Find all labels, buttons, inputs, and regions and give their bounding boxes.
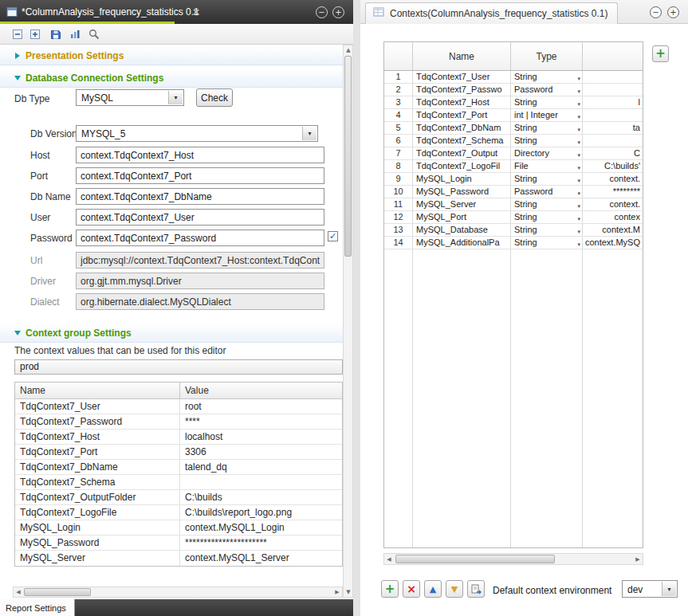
- row-number-cell[interactable]: 7: [384, 147, 413, 159]
- context-name-cell[interactable]: TdqContext7_LogoFile: [15, 505, 180, 520]
- context-name-cell[interactable]: MySQL_Password: [413, 186, 511, 198]
- row-number-cell[interactable]: 12: [384, 211, 413, 223]
- type-combo-arrow-icon[interactable]: ▾: [577, 188, 580, 198]
- context-name-cell[interactable]: TdqContext7_Host: [15, 430, 180, 444]
- type-combo-arrow-icon[interactable]: ▾: [577, 86, 580, 96]
- port-input[interactable]: [76, 167, 324, 184]
- move-up-button[interactable]: ▲: [424, 580, 442, 598]
- row-number-cell[interactable]: 9: [384, 173, 413, 185]
- section-context-group-settings[interactable]: Context group Settings: [0, 324, 344, 343]
- scroll-up-arrow[interactable]: ▲: [344, 45, 353, 55]
- context-value-cell[interactable]: ****: [180, 414, 342, 429]
- horizontal-scrollbar[interactable]: ◀ ▶: [383, 553, 643, 565]
- context-value-cell[interactable]: C:\builds': [583, 160, 643, 172]
- copy-contexts-button[interactable]: [467, 580, 485, 598]
- add-variable-button[interactable]: +: [381, 580, 399, 598]
- row-number-cell[interactable]: 4: [384, 109, 413, 121]
- context-type-cell[interactable]: String▾: [511, 211, 583, 223]
- context-name-cell[interactable]: TdqContext7_LogoFil: [413, 160, 511, 172]
- row-number-column-header[interactable]: [384, 42, 413, 70]
- type-combo-arrow-icon[interactable]: ▾: [577, 112, 580, 121]
- password-input[interactable]: [76, 230, 324, 246]
- scrollbar-thumb[interactable]: [344, 56, 352, 257]
- collapse-all-button[interactable]: [10, 26, 26, 42]
- context-name-cell[interactable]: TdqContext7_Port: [413, 109, 511, 121]
- context-type-cell[interactable]: String▾: [511, 237, 583, 249]
- context-name-cell[interactable]: TdqContext7_DbNam: [413, 122, 511, 134]
- section-database-connection-settings[interactable]: Database Connection Settings: [0, 69, 344, 88]
- context-name-cell[interactable]: TdqContext7_Port: [15, 445, 180, 459]
- context-name-cell[interactable]: MySQL_Login: [413, 173, 511, 185]
- column-header-type[interactable]: Type: [511, 42, 583, 70]
- context-value-cell[interactable]: [180, 475, 342, 489]
- type-combo-arrow-icon[interactable]: ▾: [577, 175, 580, 185]
- row-number-cell[interactable]: 14: [384, 237, 413, 249]
- scroll-right-arrow[interactable]: ▶: [633, 555, 643, 564]
- context-value-cell[interactable]: **********************: [180, 536, 342, 550]
- type-combo-arrow-icon[interactable]: ▾: [577, 163, 580, 172]
- maximize-button[interactable]: +: [332, 6, 344, 18]
- context-type-cell[interactable]: String▾: [511, 224, 583, 236]
- row-number-cell[interactable]: 2: [384, 84, 413, 96]
- context-value-cell[interactable]: C:\builds\report_logo.png: [180, 505, 342, 520]
- context-name-cell[interactable]: MySQL_Server: [413, 198, 511, 210]
- panel-sash[interactable]: [353, 0, 360, 616]
- context-name-cell[interactable]: TdqContext7_User: [413, 71, 511, 83]
- horizontal-scrollbar[interactable]: ◀ ▶: [13, 587, 343, 598]
- scroll-right-arrow[interactable]: ▶: [332, 587, 342, 597]
- db-name-input[interactable]: [76, 188, 324, 205]
- type-combo-arrow-icon[interactable]: ▾: [577, 73, 580, 83]
- context-value-cell[interactable]: context.MySQL1_Login: [180, 520, 342, 535]
- type-combo-arrow-icon[interactable]: ▾: [577, 239, 580, 249]
- combo-arrow-icon[interactable]: ▾: [168, 91, 183, 104]
- show-graphics-button[interactable]: [67, 26, 83, 42]
- type-combo-arrow-icon[interactable]: ▾: [577, 99, 580, 108]
- row-number-cell[interactable]: 8: [384, 160, 413, 172]
- db-version-combo[interactable]: MYSQL_5 ▾: [76, 125, 318, 142]
- row-number-cell[interactable]: 5: [384, 122, 413, 134]
- type-combo-arrow-icon[interactable]: ▾: [577, 214, 580, 223]
- context-value-cell[interactable]: root: [180, 399, 342, 414]
- combo-arrow-icon[interactable]: ▾: [662, 582, 676, 596]
- context-value-cell[interactable]: localhost: [180, 430, 342, 444]
- add-context-button[interactable]: +: [652, 45, 669, 62]
- row-number-cell[interactable]: 1: [384, 71, 413, 83]
- context-value-cell[interactable]: context.: [583, 198, 643, 210]
- context-name-cell[interactable]: TdqContext7_OutputFolder: [15, 490, 180, 504]
- vertical-scrollbar[interactable]: ▲ ▼: [343, 45, 353, 598]
- context-value-cell[interactable]: [583, 71, 643, 83]
- context-value-cell[interactable]: context.M: [583, 224, 643, 236]
- expanded-arrow-icon[interactable]: [14, 331, 21, 335]
- type-combo-arrow-icon[interactable]: ▾: [577, 124, 580, 134]
- context-type-cell[interactable]: int | Integer▾: [511, 109, 583, 121]
- context-name-cell[interactable]: TdqContext7_Password: [15, 414, 180, 429]
- context-type-cell[interactable]: String▾: [511, 122, 583, 134]
- context-name-cell[interactable]: TdqContext7_Output: [413, 147, 511, 159]
- combo-arrow-icon[interactable]: ▾: [302, 127, 316, 140]
- context-value-cell[interactable]: [583, 84, 643, 96]
- context-value-cell[interactable]: context.MySQL1_Server: [180, 551, 342, 566]
- maximize-button[interactable]: +: [667, 6, 679, 18]
- context-type-cell[interactable]: Password▾: [511, 186, 583, 198]
- row-number-cell[interactable]: 3: [384, 96, 413, 108]
- type-combo-arrow-icon[interactable]: ▾: [577, 150, 580, 159]
- context-value-cell[interactable]: l: [583, 96, 643, 108]
- context-type-cell[interactable]: String▾: [511, 173, 583, 185]
- context-name-cell[interactable]: MySQL_Server: [15, 551, 180, 566]
- section-presentation-settings[interactable]: Presentation Settings: [0, 46, 344, 65]
- context-environment-field[interactable]: prod: [14, 359, 343, 375]
- context-name-cell[interactable]: TdqContext7_Schema: [413, 135, 511, 147]
- row-number-cell[interactable]: 10: [384, 186, 413, 198]
- context-value-cell[interactable]: talend_dq: [180, 460, 342, 474]
- row-number-cell[interactable]: 11: [384, 198, 413, 210]
- check-button[interactable]: Check: [196, 88, 233, 107]
- context-name-cell[interactable]: MySQL_Login: [15, 520, 180, 535]
- context-name-cell[interactable]: MySQL_Port: [413, 211, 511, 223]
- context-type-cell[interactable]: Password▾: [511, 84, 583, 96]
- context-type-cell[interactable]: String▾: [511, 135, 583, 147]
- context-type-cell[interactable]: Directory▾: [511, 147, 583, 159]
- contexts-tab[interactable]: Contexts(ColumnAnalysis_frequency_statis…: [365, 2, 618, 24]
- context-name-cell[interactable]: MySQL_Password: [15, 536, 180, 550]
- scrollbar-thumb[interactable]: [395, 555, 555, 563]
- context-value-cell[interactable]: context.MySQ: [583, 237, 643, 249]
